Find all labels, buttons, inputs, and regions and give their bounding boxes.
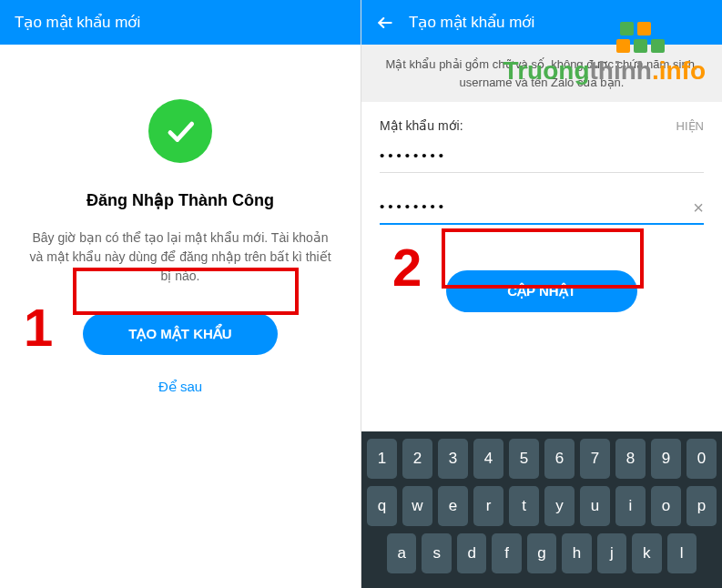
password-field-label: Mật khẩu mới: [380,118,463,133]
watermark-text-2: thinh [589,56,651,85]
skip-link[interactable]: Để sau [158,379,202,395]
keyboard-row-asdf: a s d f g h j k l [367,533,717,573]
key-e[interactable]: e [438,486,468,526]
key-0[interactable]: 0 [686,439,717,479]
success-title: Đăng Nhập Thành Công [86,190,274,210]
confirm-password-input[interactable] [380,189,704,225]
key-u[interactable]: u [580,486,610,526]
update-button[interactable]: CẬP NHẬT [446,270,637,312]
success-description: Bây giờ bạn có thể tạo lại mật khẩu mới.… [18,228,342,286]
key-y[interactable]: y [544,486,575,526]
key-o[interactable]: o [651,486,681,526]
key-r[interactable]: r [473,486,503,526]
key-a[interactable]: a [387,533,416,573]
key-1[interactable]: 1 [367,439,397,479]
annotation-number-2: 2 [392,237,422,298]
screen-step-2: Tạo mật khẩu mới Mật khẩu phải gồm chữ v… [361,0,722,588]
back-icon[interactable] [376,14,394,32]
virtual-keyboard: 1 2 3 4 5 6 7 8 9 0 q w e r t y u i o p … [361,431,722,588]
keyboard-row-qwerty: q w e r t y u i o p [367,486,717,526]
keyboard-row-numbers: 1 2 3 4 5 6 7 8 9 0 [367,439,717,479]
new-password-input[interactable] [380,138,704,173]
key-k[interactable]: k [632,533,661,573]
key-4[interactable]: 4 [473,439,503,479]
key-6[interactable]: 6 [544,439,575,479]
key-7[interactable]: 7 [580,439,610,479]
watermark-text-3: .info [652,56,706,85]
key-j[interactable]: j [597,533,626,573]
key-3[interactable]: 3 [438,439,468,479]
key-d[interactable]: d [457,533,486,573]
success-check-icon [148,99,212,163]
header-title: Tạo mật khẩu mới [15,13,140,32]
create-password-button[interactable]: TẠO MẬT KHẨU [83,313,277,355]
key-5[interactable]: 5 [509,439,539,479]
key-9[interactable]: 9 [651,439,681,479]
key-2[interactable]: 2 [402,439,432,479]
key-f[interactable]: f [492,533,521,573]
clear-input-icon[interactable]: × [693,197,704,218]
key-w[interactable]: w [402,486,432,526]
key-h[interactable]: h [562,533,591,573]
key-8[interactable]: 8 [615,439,646,479]
key-q[interactable]: q [367,486,397,526]
key-s[interactable]: s [422,533,451,573]
key-p[interactable]: p [686,486,717,526]
header-left: Tạo mật khẩu mới [0,0,361,45]
key-t[interactable]: t [509,486,539,526]
key-i[interactable]: i [615,486,646,526]
watermark-text-1: Truong [503,56,590,85]
watermark-logo: Truongthinh.info [503,22,706,86]
screen-step-1: Tạo mật khẩu mới Đăng Nhập Thành Công Bâ… [0,0,361,588]
key-g[interactable]: g [527,533,556,573]
show-password-toggle[interactable]: HIỆN [676,119,704,133]
annotation-number-1: 1 [24,297,53,358]
key-l[interactable]: l [667,533,697,573]
